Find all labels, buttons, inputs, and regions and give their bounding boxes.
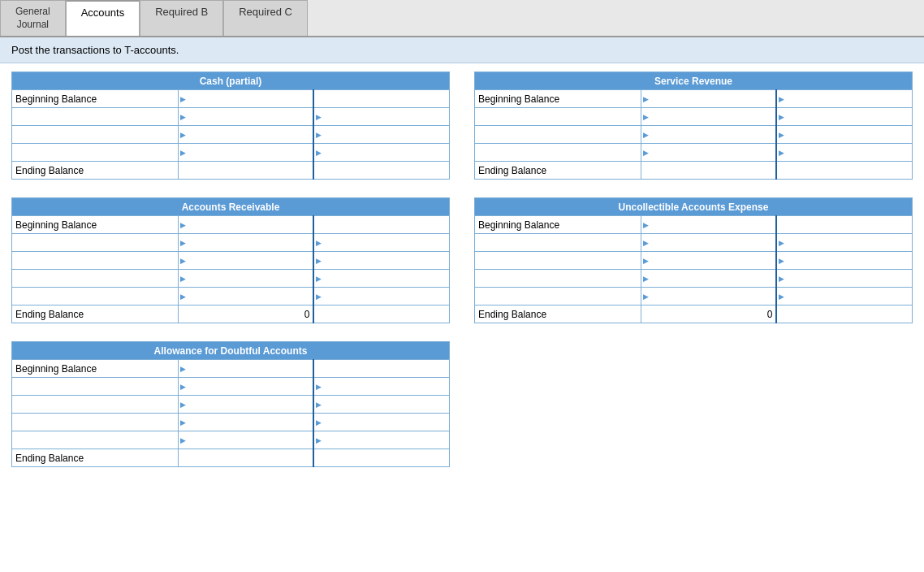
ending-balance-label: Ending Balance [12,449,179,467]
account-allowance: Allowance for Doubtful Accounts Beginnin… [11,341,450,467]
ar-cell[interactable] [313,288,449,306]
table-row: Beginning Balance [12,90,450,108]
tab-required-b[interactable]: Required B [140,0,223,36]
account-cash: Cash (partial) Beginning Balance [11,72,450,180]
ar-cell[interactable] [178,288,313,306]
ar-cell[interactable] [178,270,313,288]
table-row [475,288,913,306]
table-row [12,144,450,162]
uae-cell[interactable] [641,252,776,270]
uae-cell[interactable] [641,288,776,306]
tab-accounts[interactable]: Accounts [66,0,140,36]
beginning-balance-label: Beginning Balance [12,216,179,234]
beginning-balance-label: Beginning Balance [475,90,641,108]
cash-cell[interactable] [178,126,313,144]
allowance-header: Allowance for Doubtful Accounts [12,342,450,360]
table-row [12,378,450,396]
allowance-cell[interactable] [313,396,449,414]
t-account-service-revenue: Service Revenue Beginning Balance [474,72,913,180]
spacer [11,335,450,341]
sr-cell[interactable] [776,126,912,144]
cash-ending-cell[interactable] [313,162,449,180]
table-row [12,108,450,126]
tab-general-journal[interactable]: GeneralJournal [0,0,66,36]
sr-cell[interactable] [641,144,776,162]
uae-cell[interactable] [776,252,912,270]
uae-cell[interactable] [641,216,776,234]
empty-right [474,341,913,479]
t-account-allowance: Allowance for Doubtful Accounts Beginnin… [11,341,450,467]
cash-cell[interactable] [313,126,449,144]
uae-cell[interactable] [641,234,776,252]
beginning-balance-label: Beginning Balance [12,360,179,378]
ar-cell[interactable] [313,216,449,234]
ar-cell[interactable] [313,252,449,270]
cash-cell[interactable] [178,144,313,162]
sr-cell[interactable] [776,144,912,162]
table-row [12,270,450,288]
ending-balance-label: Ending Balance [475,162,641,180]
uae-cell[interactable] [776,270,912,288]
cash-cell[interactable] [178,90,313,108]
ar-ending-cell[interactable]: 0 [178,306,313,323]
allowance-cell[interactable] [178,431,313,449]
uae-cell[interactable] [776,216,912,234]
account-service-revenue: Service Revenue Beginning Balance [474,72,913,180]
spacer [474,191,913,197]
sr-cell[interactable] [641,108,776,126]
allowance-cell[interactable] [313,378,449,396]
table-row [475,234,913,252]
cash-cell[interactable] [313,90,449,108]
table-row: Ending Balance 0 [475,306,913,323]
table-row: Beginning Balance [12,360,450,378]
cash-cell[interactable] [313,144,449,162]
uae-cell[interactable] [641,270,776,288]
instruction-text: Post the transactions to T-accounts. [11,44,179,56]
table-row [475,126,913,144]
ar-cell[interactable] [313,270,449,288]
uae-ending-cell[interactable]: 0 [641,306,776,323]
cash-ending-cell[interactable] [178,162,313,180]
ar-cell[interactable] [178,216,313,234]
uae-ending-cell[interactable] [776,306,912,323]
uae-cell[interactable] [776,288,912,306]
allowance-cell[interactable] [313,360,449,378]
table-row [12,396,450,414]
cash-header: Cash (partial) [12,72,450,90]
sr-cell[interactable] [641,126,776,144]
allowance-cell[interactable] [178,414,313,431]
table-row [12,234,450,252]
sr-ending-cell[interactable] [641,162,776,180]
allowance-cell[interactable] [313,414,449,431]
tab-required-c[interactable]: Required C [223,0,308,36]
table-row [475,108,913,126]
table-row: Beginning Balance [12,216,450,234]
table-row [475,252,913,270]
allowance-ending-cell[interactable] [178,449,313,467]
table-row: Ending Balance [12,162,450,180]
account-uae: Uncollectible Accounts Expense Beginning… [474,197,913,323]
sr-cell[interactable] [776,90,912,108]
allowance-cell[interactable] [178,360,313,378]
table-row [475,270,913,288]
service-revenue-header: Service Revenue [475,72,913,90]
cash-cell[interactable] [313,108,449,126]
allowance-cell[interactable] [313,431,449,449]
t-account-cash: Cash (partial) Beginning Balance [11,72,450,180]
uae-cell[interactable] [776,234,912,252]
allowance-cell[interactable] [178,396,313,414]
ar-cell[interactable] [178,252,313,270]
sr-ending-cell[interactable] [776,162,912,180]
table-row: Ending Balance 0 [12,306,450,323]
allowance-cell[interactable] [178,378,313,396]
ar-ending-cell[interactable] [313,306,449,323]
allowance-ending-cell[interactable] [313,449,449,467]
ar-cell[interactable] [313,234,449,252]
cash-cell[interactable] [178,108,313,126]
beginning-balance-label: Beginning Balance [12,90,179,108]
tab-bar: GeneralJournal Accounts Required B Requi… [0,0,924,37]
sr-cell[interactable] [776,108,912,126]
t-account-ar: Accounts Receivable Beginning Balance [11,197,450,323]
ar-cell[interactable] [178,234,313,252]
sr-cell[interactable] [641,90,776,108]
